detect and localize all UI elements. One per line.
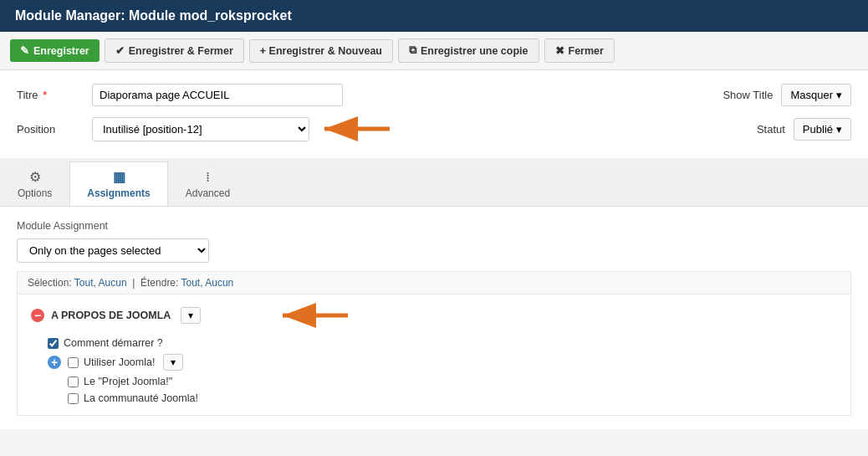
tabs-bar: ⚙ Options ▦ Assignments ⁞ Advanced [0, 158, 868, 207]
assignment-select[interactable]: Only on the pages selected On all pages … [17, 238, 209, 263]
dropdown-arrow-icon-2: ▾ [171, 356, 176, 368]
titre-required: * [43, 89, 47, 101]
position-label: Position [17, 123, 84, 136]
save-button[interactable]: ✎ Enregistrer [10, 39, 100, 62]
title-bar: Module Manager: Module mod_roksprocket [0, 0, 868, 32]
expand-button-2[interactable]: + [48, 356, 61, 369]
tree-item-4-checkbox[interactable] [68, 393, 79, 404]
page-title: Module Manager: Module mod_roksprocket [15, 8, 292, 23]
item-2-dropdown[interactable]: ▾ [163, 354, 183, 371]
tree-section: − A PROPOS DE JOOMLA ▾ Comment démarrer … [17, 295, 851, 416]
position-select[interactable]: Inutilisé [position-12] [92, 117, 309, 141]
tout-link-2[interactable]: Tout [181, 277, 201, 289]
module-assignment-label: Module Assignment [17, 220, 851, 232]
tab-advanced[interactable]: ⁞ Advanced [168, 161, 248, 206]
tout-link-1[interactable]: Tout [74, 277, 94, 289]
chevron-down-icon-2: ▾ [836, 123, 842, 136]
assignments-icon: ▦ [113, 169, 125, 185]
statut-label: Statut [757, 123, 785, 136]
save-copy-button[interactable]: ⧉ Enregistrer une copie [398, 38, 539, 63]
aucun-link-2[interactable]: Aucun [205, 277, 233, 289]
collapse-button[interactable]: − [31, 309, 44, 322]
tree-item-3: Le "Projet Joomla!" [31, 373, 837, 390]
statut-dropdown[interactable]: Publié ▾ [794, 118, 851, 141]
save-close-button[interactable]: ✔ Enregistrer & Fermer [105, 38, 244, 63]
tree-group-header: − A PROPOS DE JOOMLA ▾ [31, 303, 837, 328]
group-dropdown[interactable]: ▾ [181, 307, 201, 324]
save-icon: ✎ [20, 44, 29, 57]
close-button[interactable]: ✖ Fermer [544, 38, 615, 63]
arrow-annotation [316, 116, 391, 141]
tree-item-3-checkbox[interactable] [68, 377, 79, 387]
titre-label: Titre * [17, 89, 84, 101]
checkmark-icon: ✔ [115, 44, 125, 57]
titre-row: Titre * Show Title Masquer ▾ [17, 84, 851, 106]
save-new-button[interactable]: + Enregistrer & Nouveau [249, 39, 393, 63]
tree-item-2: + Utiliser Joomla! ▾ [31, 351, 837, 373]
aucun-link-1[interactable]: Aucun [99, 277, 127, 289]
toolbar: ✎ Enregistrer ✔ Enregistrer & Fermer + E… [0, 32, 868, 70]
dropdown-arrow-icon: ▾ [188, 310, 193, 321]
show-title-dropdown[interactable]: Masquer ▾ [781, 84, 851, 106]
show-title-label: Show Title [722, 89, 773, 101]
selection-bar: Sélection: Tout, Aucun | Étendre: Tout, … [17, 271, 851, 295]
tree-item-2-checkbox[interactable] [68, 357, 79, 368]
form-area: Titre * Show Title Masquer ▾ Position In… [0, 70, 868, 158]
tab-assignments[interactable]: ▦ Assignments [69, 161, 167, 206]
options-icon: ⚙ [29, 169, 41, 185]
tab-options[interactable]: ⚙ Options [0, 161, 69, 206]
tree-item-4: La communauté Joomla! [31, 390, 837, 407]
position-row: Position Inutilisé [position-12] Statut … [17, 116, 851, 141]
advanced-icon: ⁞ [206, 169, 210, 185]
titre-input[interactable] [92, 84, 343, 106]
position-with-arrow: Inutilisé [position-12] [92, 116, 391, 141]
chevron-down-icon: ▾ [836, 89, 842, 101]
right-fields: Show Title Masquer ▾ [722, 84, 851, 106]
tree-item-1-checkbox[interactable] [48, 338, 59, 349]
show-title-field: Show Title Masquer ▾ [722, 84, 851, 106]
tree-item-1: Comment démarrer ? [31, 335, 837, 351]
assignments-tab-content: Module Assignment Only on the pages sele… [0, 207, 868, 429]
statut-field: Statut Publié ▾ [757, 118, 851, 141]
right-fields-2: Statut Publié ▾ [757, 118, 851, 141]
copy-icon: ⧉ [409, 44, 416, 57]
close-icon: ✖ [555, 44, 564, 57]
arrow-annotation-2 [274, 303, 350, 328]
